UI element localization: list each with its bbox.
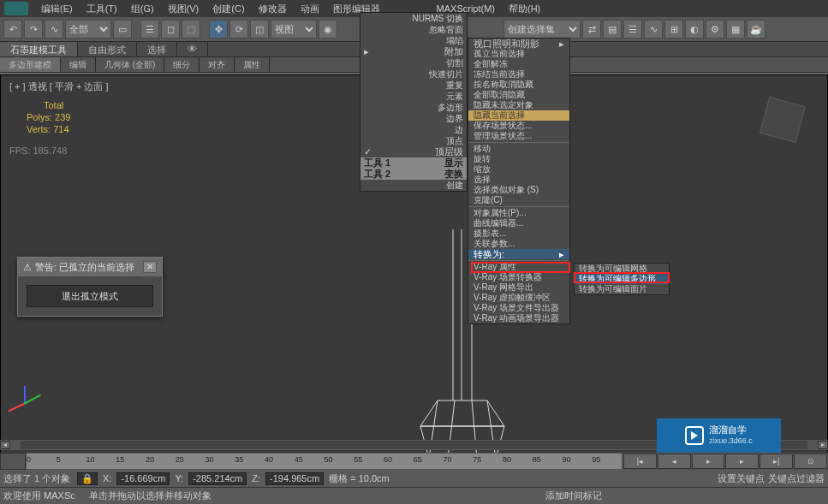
curve-editor-button[interactable]: ∿	[644, 20, 663, 39]
subtab-align[interactable]: 对齐	[200, 57, 235, 72]
key-mode-button[interactable]: ⊙	[794, 454, 827, 469]
time-slider-head[interactable]	[0, 453, 26, 470]
use-center-button[interactable]: ◉	[319, 20, 337, 39]
close-button[interactable]: ✕	[143, 261, 157, 273]
warning-icon: ⚠	[23, 262, 32, 273]
qm-polygon[interactable]: 多边形	[360, 102, 467, 113]
next-frame-button[interactable]: ▸	[725, 454, 759, 469]
selection-info: 选择了 1 个对象	[3, 472, 72, 485]
watermark-brand: 溜溜自学	[709, 424, 753, 436]
status-bar: 选择了 1 个对象 🔒 X: -16.669cm Y: -285.214cm Z…	[0, 470, 828, 487]
render-frame-button[interactable]: ▦	[726, 20, 745, 39]
redo-button[interactable]: ↷	[24, 20, 43, 39]
qm-border[interactable]: 边界	[360, 113, 467, 124]
window-crossing-button[interactable]: ⬚	[182, 20, 200, 39]
scroll-left-button[interactable]: ◂	[0, 441, 10, 449]
qm-repeat[interactable]: 重复	[360, 80, 467, 91]
viewport-stats: Total Polys: 239 Verts: 714	[27, 99, 70, 135]
menu-animation[interactable]: 动画	[294, 1, 326, 17]
play-button[interactable]: ▸	[692, 454, 725, 469]
goto-end-button[interactable]: ▸|	[759, 454, 793, 469]
watermark-url: zixue.3d66.c	[709, 436, 753, 447]
key-filter-button[interactable]: 关键点过滤器	[768, 472, 825, 485]
fps-counter: FPS: 185.748	[9, 145, 67, 156]
schematic-button[interactable]: ⊞	[664, 20, 683, 39]
select-name-button[interactable]: ☰	[140, 20, 159, 39]
app-logo-icon[interactable]	[4, 2, 28, 15]
align-button[interactable]: ▤	[603, 20, 622, 39]
subtab-polymodel[interactable]: 多边形建模	[0, 57, 61, 72]
qm-cut[interactable]: 切割	[360, 57, 467, 68]
subtab-props[interactable]: 属性	[235, 57, 270, 72]
convert-submenu: 转换为可编辑网格 转换为可编辑多边形 转换为可编辑面片	[574, 263, 670, 295]
viewcube[interactable]	[759, 97, 806, 143]
named-selection-dropdown[interactable]: 创建选择集	[503, 20, 581, 39]
link-button[interactable]: ∿	[45, 20, 63, 39]
qm-edge[interactable]: 边	[360, 124, 467, 135]
isolate-warning-dialog: ⚠ 警告: 已孤立的当前选择 ✕ 退出孤立模式	[17, 257, 163, 317]
cm-vray-anim-export[interactable]: V-Ray 动画场景导出器	[468, 313, 569, 323]
axis-gizmo	[13, 388, 40, 415]
quad-menu-right: 视口照明和阴影▸ 孤立当前选择 全部解冻 冻结当前选择 按名称取消隐藏 全部取消…	[468, 38, 570, 324]
exit-isolate-button[interactable]: 退出孤立模式	[27, 285, 153, 307]
subtab-subdivide[interactable]: 细分	[164, 57, 200, 72]
menu-view[interactable]: 视图(V)	[161, 1, 206, 17]
grid-info: 栅格 = 10.0cm	[329, 472, 390, 485]
subtab-geometry[interactable]: 几何体 (全部)	[96, 57, 164, 72]
menu-tools[interactable]: 工具(T)	[80, 1, 124, 17]
prev-frame-button[interactable]: ◂	[658, 454, 691, 469]
menu-group[interactable]: 组(G)	[124, 1, 161, 17]
render-setup-button[interactable]: ⚙	[706, 20, 724, 39]
cm-manage-scene-state[interactable]: 管理场景状态...	[468, 131, 569, 141]
scroll-right-button[interactable]: ▸	[818, 441, 828, 449]
qm-nurms[interactable]: NURMS 切换	[360, 13, 467, 24]
play-logo-icon	[685, 426, 704, 445]
x-label: X:	[103, 473, 111, 483]
menu-edit[interactable]: 编辑(E)	[34, 1, 80, 17]
tab-graphite[interactable]: 石墨建模工具	[0, 42, 78, 56]
menu-help[interactable]: 帮助(H)	[502, 1, 547, 17]
welcome-text: 欢迎使用 MAXSc	[3, 489, 75, 502]
time-ticks[interactable]: 0510152025303540455055606570758085909510…	[26, 453, 622, 470]
cm-convert-to[interactable]: 转换为:▸	[468, 249, 569, 259]
select-button[interactable]: ▭	[113, 20, 132, 39]
material-editor-button[interactable]: ◐	[685, 20, 704, 39]
time-ruler[interactable]: 0510152025303540455055606570758085909510…	[0, 453, 622, 470]
layers-button[interactable]: ☰	[623, 20, 642, 39]
lock-icon[interactable]: 🔒	[77, 472, 98, 485]
select-region-button[interactable]: ◻	[161, 20, 180, 39]
menu-create[interactable]: 创建(C)	[206, 1, 251, 17]
scale-button[interactable]: ◫	[250, 20, 269, 39]
undo-button[interactable]: ↶	[3, 20, 22, 39]
qm-ignore-backface[interactable]: 忽略背面	[360, 24, 467, 35]
menu-modifiers[interactable]: 修改器	[252, 1, 294, 17]
svg-marker-3	[420, 400, 504, 426]
watermark: 溜溜自学 zixue.3d66.c	[657, 418, 781, 453]
qm-element[interactable]: 元素	[360, 91, 467, 102]
viewport-label[interactable]: [ + ] 透视 [ 平滑 + 边面 ]	[9, 80, 109, 93]
goto-start-button[interactable]: |◂	[623, 454, 657, 469]
subtab-edit[interactable]: 编辑	[61, 57, 96, 72]
dialog-titlebar[interactable]: ⚠ 警告: 已孤立的当前选择 ✕	[18, 258, 162, 276]
rotate-button[interactable]: ⟳	[229, 20, 248, 39]
tab-selection[interactable]: 选择	[137, 42, 177, 56]
y-label: Y:	[175, 473, 183, 483]
coord-x-field[interactable]: -16.669cm	[116, 472, 170, 485]
coord-y-field[interactable]: -285.214cm	[188, 472, 247, 485]
coord-z-field[interactable]: -194.965cm	[265, 472, 324, 485]
tab-eye-icon[interactable]: 👁	[177, 42, 208, 56]
cm-clone[interactable]: 克隆(C)	[468, 195, 569, 205]
qm-quickslice[interactable]: 快速切片	[360, 68, 467, 80]
set-key-button[interactable]: 设置关键点	[718, 472, 765, 485]
qm-create[interactable]: 创建	[360, 180, 467, 191]
tab-freeform[interactable]: 自由形式	[78, 42, 137, 56]
mirror-button[interactable]: ⇄	[582, 20, 601, 39]
reference-coord-dropdown[interactable]: 视图	[271, 20, 317, 39]
qm-attach[interactable]: ▸附加	[360, 46, 467, 57]
render-button[interactable]: ☕	[747, 20, 765, 39]
selection-filter-dropdown[interactable]: 全部	[65, 20, 111, 39]
move-button[interactable]: ✥	[209, 20, 228, 39]
hint-text: 单击并拖动以选择并移动对象	[89, 489, 211, 502]
sm-editable-patch[interactable]: 转换为可编辑面片	[575, 284, 669, 294]
add-time-marker[interactable]: 添加时间标记	[545, 489, 602, 502]
